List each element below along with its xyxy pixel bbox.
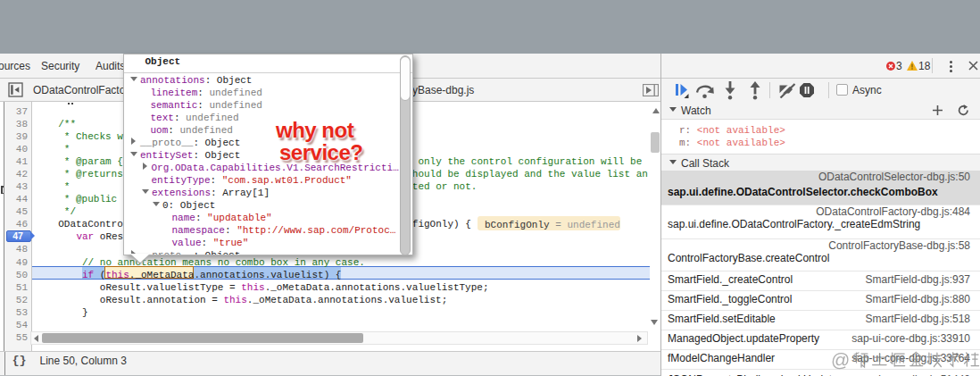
svg-text:@: @ bbox=[831, 349, 850, 370]
